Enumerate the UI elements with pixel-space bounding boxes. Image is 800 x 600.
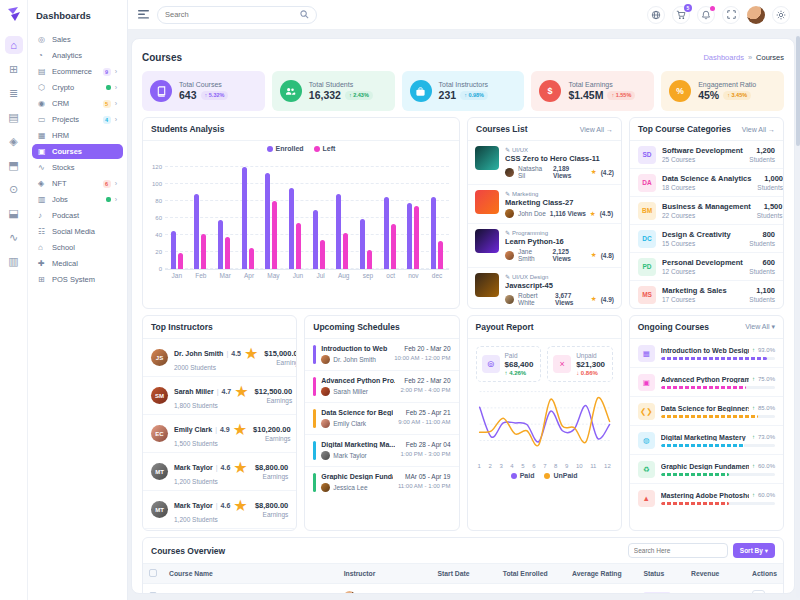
- sidebar-item[interactable]: ▭ Projects 4 ›: [32, 112, 123, 127]
- instructor-row[interactable]: MT Mark Taylor | 4.6 ★ 1,200 Students: [143, 453, 296, 491]
- bar-group: [407, 158, 419, 269]
- course-views: 2,189 Views: [553, 165, 587, 179]
- col-start-date[interactable]: Start Date: [431, 564, 496, 584]
- schedule-title: Data Science for Begi...: [321, 409, 393, 416]
- search-icon[interactable]: [300, 10, 309, 19]
- rail-diamond-icon[interactable]: ◈: [5, 132, 23, 150]
- stat-value: 16,332: [309, 89, 341, 101]
- col-total-enrolled[interactable]: Total Enrolled: [497, 564, 566, 584]
- breadcrumb-parent[interactable]: Dashboards: [703, 53, 743, 62]
- chevron-right-icon: ›: [115, 196, 117, 203]
- instructor-row[interactable]: MT Mark Taylor | 4.6 ★ 1,200 Students: [143, 491, 296, 529]
- col-revenue[interactable]: Revenue: [685, 564, 746, 584]
- category-row[interactable]: DC Design & Creativity 15 Courses 800 St…: [630, 225, 783, 253]
- sidebar-item[interactable]: ◉ CRM 5 ›: [32, 96, 123, 111]
- scrollbar-thumb[interactable]: [796, 36, 800, 146]
- ongoing-course-row[interactable]: ▦ Introduction to Web Design ↑ 93.0%: [630, 339, 783, 368]
- schedule-row[interactable]: Introduction to Web ... Dr. John Smith F…: [305, 339, 458, 371]
- category-row[interactable]: DA Data Science & Analytics 18 Courses 1…: [630, 169, 783, 197]
- rail-document-icon[interactable]: ▤: [5, 108, 23, 126]
- user-avatar[interactable]: [747, 6, 765, 24]
- rail-apps-icon[interactable]: ⊞: [5, 60, 23, 78]
- fullscreen-icon[interactable]: [722, 6, 740, 24]
- course-list-item[interactable]: ✎Programming Learn Python-16 Jane Smith …: [468, 224, 621, 268]
- sidebar-item[interactable]: ▥ Jobs ›: [32, 192, 123, 207]
- sidebar-item[interactable]: ◔ Analytics: [32, 48, 123, 63]
- table-row[interactable]: Introduction to Web Development Dr. John…: [143, 584, 783, 595]
- sidebar-item[interactable]: ⌂ School: [32, 240, 123, 255]
- sidebar-item[interactable]: ⬡ Crypto ›: [32, 80, 123, 95]
- category-courses-count: 18 Courses: [662, 184, 751, 191]
- instructor-row[interactable]: JS Dr. John Smith | 4.5 ★ 2000 Students: [143, 339, 296, 377]
- rail-shop-icon[interactable]: ⬓: [5, 204, 23, 222]
- ongoing-course-row[interactable]: ▣ Advanced Python Programmi... ↑ 75.0%: [630, 368, 783, 397]
- sidebar-item[interactable]: ◈ NFT 6 ›: [32, 176, 123, 191]
- rail-kanban-icon[interactable]: ▥: [5, 252, 23, 270]
- course-list-item[interactable]: ✎UI/UX CSS Zero to Hero Class-11 Natasha…: [468, 141, 621, 185]
- schedule-instructor-avatar: [321, 483, 330, 492]
- sidebar-item[interactable]: ☷ Social Media: [32, 224, 123, 239]
- category-row[interactable]: SD Software Development 25 Courses 1,200…: [630, 141, 783, 169]
- settings-gear-icon[interactable]: [772, 6, 790, 24]
- schedule-row[interactable]: Advanced Python Pro... Sarah Miller Feb …: [305, 371, 458, 403]
- top-categories-view-all[interactable]: View All →: [742, 126, 775, 133]
- sidebar-item[interactable]: ♪ Podcast: [32, 208, 123, 223]
- sidebar-item[interactable]: ∿ Stocks: [32, 160, 123, 175]
- cart-icon[interactable]: 5: [672, 6, 690, 24]
- percent-icon: %: [669, 80, 691, 102]
- search-input[interactable]: [165, 10, 295, 19]
- svg-text:$: $: [548, 86, 553, 96]
- sidebar-item[interactable]: ▣ Courses: [32, 144, 123, 159]
- select-all-checkbox[interactable]: [149, 569, 157, 577]
- instructor-row[interactable]: JL Jessica Lee | 4.7 ★ 1,000 Students: [143, 529, 296, 530]
- sidebar-item[interactable]: ◎ Sales: [32, 32, 123, 47]
- category-row[interactable]: BM Business & Management 22 Courses 1,50…: [630, 197, 783, 225]
- sidebar-item[interactable]: ✚ Medical: [32, 256, 123, 271]
- category-row[interactable]: PD Personal Development 12 Courses 600 S…: [630, 253, 783, 281]
- ongoing-course-row[interactable]: ❮❯ Data Science for Beginners ↑ 85.0%: [630, 397, 783, 426]
- sort-by-button[interactable]: Sort By ▾: [733, 543, 775, 558]
- sidebar-item[interactable]: ▦ HRM: [32, 128, 123, 143]
- course-list-item[interactable]: ✎UI/UX Design Javascript-45 Robert White…: [468, 268, 621, 308]
- rail-home-icon[interactable]: ⌂: [5, 36, 23, 54]
- col-course-name[interactable]: Course Name: [163, 564, 338, 584]
- ongoing-course-row[interactable]: ♻ Graphic Design Fundamentals ↑ 60.0%: [630, 455, 783, 484]
- progress-fill: [661, 473, 730, 476]
- schedule-row[interactable]: Graphic Design Funda... Jessica Lee MAr …: [305, 467, 458, 498]
- legend-item: UnPaid: [544, 472, 577, 479]
- ongoing-course-title: Graphic Design Fundamentals: [661, 463, 749, 470]
- col-average-rating[interactable]: Average Rating: [566, 564, 637, 584]
- instructor-row[interactable]: EC Emily Clark | 4.9 ★ 1,500 Students: [143, 415, 296, 453]
- hamburger-menu-icon[interactable]: [138, 10, 149, 19]
- category-students-count: 1,200: [749, 146, 775, 155]
- rail-compass-icon[interactable]: ⊙: [5, 180, 23, 198]
- payout-report-card: Payout Report ⊚ Paid $68,400 ↑ 4.26%: [467, 315, 622, 531]
- instructor-row[interactable]: SM Sarah Miller | 4.7 ★ 1,800 Students: [143, 377, 296, 415]
- schedule-time: 1:00 PM - 3:00 PM: [400, 451, 450, 457]
- sidebar-item-icon: ◉: [38, 99, 48, 108]
- course-list-item[interactable]: ✎Marketing Marketing Class-27 John Doe 1…: [468, 185, 621, 224]
- notifications-icon[interactable]: [697, 6, 715, 24]
- sidebar-item[interactable]: ⊞ POS System: [32, 272, 123, 287]
- table-search-input[interactable]: [628, 543, 728, 558]
- schedule-row[interactable]: Digital Marketing Ma... Mark Taylor Feb …: [305, 435, 458, 467]
- app-logo[interactable]: [6, 6, 22, 22]
- sidebar-item-badge: 4: [103, 116, 111, 124]
- rail-layers-icon[interactable]: ≣: [5, 84, 23, 102]
- language-globe-icon[interactable]: [647, 6, 665, 24]
- star-icon: ★: [591, 168, 597, 176]
- sidebar-item[interactable]: ▤ Ecommerce 9 ›: [32, 64, 123, 79]
- ongoing-course-row[interactable]: ◍ Digital Marketing Mastery ↑ 73.0%: [630, 426, 783, 455]
- schedule-row[interactable]: Data Science for Begi... Emily Clark Feb…: [305, 403, 458, 435]
- row-actions-button[interactable]: ⋮: [752, 590, 765, 594]
- category-row[interactable]: MS Marketing & Sales 17 Courses 1,100 St…: [630, 281, 783, 308]
- col-instructor[interactable]: Instructor: [338, 564, 432, 584]
- rail-chart-icon[interactable]: ∿: [5, 228, 23, 246]
- row-checkbox[interactable]: [149, 592, 157, 594]
- up-arrow-icon: ↑: [752, 434, 755, 440]
- rail-gift-icon[interactable]: ⬒: [5, 156, 23, 174]
- col-status[interactable]: Status: [637, 564, 685, 584]
- ongoing-course-row[interactable]: ▲ Mastering Adobe Photoshop ↑ 60.0%: [630, 484, 783, 512]
- ongoing-view-all[interactable]: View All ▾: [745, 323, 775, 331]
- courses-list-view-all[interactable]: View All →: [580, 126, 613, 133]
